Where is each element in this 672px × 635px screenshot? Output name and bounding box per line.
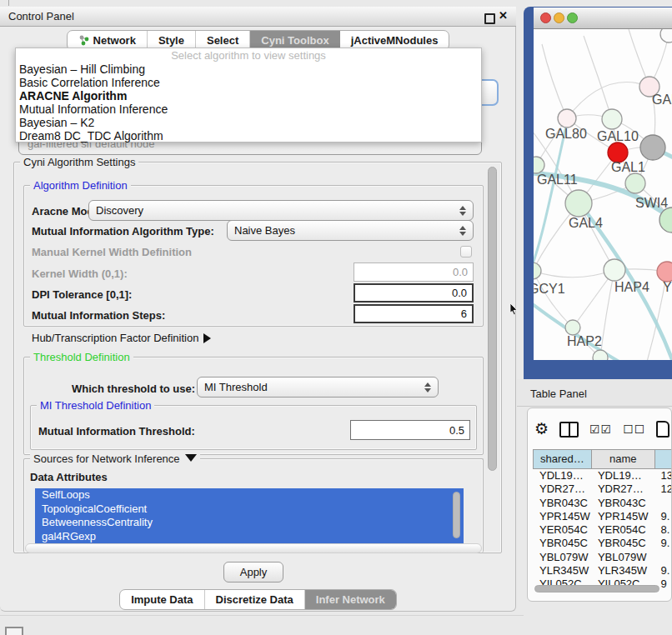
sources-group-title[interactable]: Sources for Network Inference [30, 452, 200, 465]
apply-button[interactable]: Apply [223, 562, 283, 582]
close-icon[interactable]: ✕ [499, 9, 508, 22]
dropdown-item[interactable]: Bayesian – K2 [16, 116, 481, 129]
network-node-label: GAL10 [597, 129, 639, 143]
tab-label: Impute Data [131, 593, 193, 606]
mouse-cursor [509, 303, 519, 315]
network-node-label: Y [663, 280, 672, 294]
network-edge[interactable] [600, 270, 614, 358]
bottom-tab-discretize-data[interactable]: Discretize Data [205, 590, 305, 609]
network-edge[interactable] [542, 44, 567, 118]
table-column-header[interactable]: name [591, 450, 654, 468]
float-window-icon[interactable] [484, 13, 495, 24]
table-row[interactable]: YBL079WYBL079W [533, 551, 672, 564]
network-edge[interactable] [534, 270, 614, 278]
tab-label: Select [207, 34, 238, 47]
minimized-panel-icon[interactable] [5, 627, 23, 635]
mi-type-value: Naive Bayes [234, 224, 295, 237]
table-row[interactable]: YBR043CYBR043C [533, 497, 672, 510]
attribute-list-item[interactable]: SelfLoops [35, 488, 464, 502]
attribute-list-item[interactable]: TopologicalCoefficient [35, 502, 464, 517]
network-node-label: HAP4 [614, 280, 649, 294]
network-node[interactable] [604, 259, 625, 281]
expander-right-arrow-icon [203, 333, 211, 343]
network-node[interactable] [657, 262, 672, 282]
top-tick-line [8, 0, 9, 6]
settings-vertical-scrollbar[interactable] [488, 167, 497, 471]
tab-label: Infer Network [316, 593, 385, 606]
control-panel-titlebar [0, 7, 516, 27]
network-node[interactable] [602, 109, 622, 129]
which-threshold-combobox[interactable]: MI Threshold [197, 377, 439, 398]
dropdown-item[interactable]: ARACNE Algorithm [16, 89, 481, 102]
dropdown-item[interactable]: Basic Correlation Inference [16, 76, 481, 89]
bottom-tab-impute-data[interactable]: Impute Data [120, 590, 204, 609]
network-canvas[interactable]: GALGAL80GAL10GAL1GAL11SWI4GAL4GCY1HAP4YH… [534, 29, 672, 360]
table-row[interactable]: YER054CYER054C8. [533, 523, 672, 537]
dpi-tolerance-input[interactable]: 0.0 [354, 283, 474, 302]
minimize-traffic-light-icon[interactable] [554, 12, 564, 23]
combo-spinner-icon [424, 382, 431, 392]
network-node[interactable] [625, 173, 645, 193]
network-node[interactable] [565, 320, 580, 335]
app-root: Control Panel ✕ NetworkStyleSelectCyni T… [0, 0, 672, 635]
mi-type-combobox[interactable]: Naive Bayes [227, 220, 474, 241]
table-cell [654, 497, 672, 510]
mi-threshold-input[interactable]: 0.5 [350, 420, 470, 440]
network-node[interactable] [660, 29, 672, 42]
tab-label: Style [158, 34, 184, 47]
hub-definition-expander[interactable]: Hub/Transcription Factor Definition [32, 332, 211, 344]
mi-steps-input[interactable]: 6 [354, 304, 474, 323]
dropdown-item[interactable]: Bayesian – Hill Climbing [16, 62, 481, 76]
combo-spinner-icon [459, 206, 466, 216]
close-traffic-light-icon[interactable] [540, 12, 551, 23]
network-node[interactable] [534, 262, 541, 279]
settings-horizontal-scrollbar[interactable] [25, 543, 482, 553]
sources-title-text: Sources for Network Inference [33, 452, 180, 465]
table-row[interactable]: YLR345WYLR345W9. [533, 564, 672, 578]
bottom-tab-infer-network[interactable]: Infer Network [305, 590, 396, 609]
select-all-checkboxes-icon[interactable]: ☑☑ [589, 422, 612, 436]
table-row[interactable]: YPR145WYPR145W9. [533, 510, 672, 523]
table-header-row: shared…nameA [533, 449, 672, 469]
dropdown-item[interactable]: Dream8 DC_TDC Algorithm [16, 129, 481, 142]
aracne-mode-value: Discovery [96, 204, 143, 217]
table-cell: YDL19… [591, 469, 654, 482]
table-row[interactable]: YDL19…YDL19…13 [533, 469, 672, 482]
hub-definition-label: Hub/Transcription Factor Definition [32, 332, 198, 344]
attribute-list-item[interactable]: gal4RGexp [35, 530, 464, 544]
deselect-all-checkboxes-icon[interactable]: ☐☐ [623, 422, 645, 436]
table-cell: 9. [654, 510, 672, 523]
table-cell: 9. [654, 537, 672, 550]
new-table-icon[interactable] [656, 421, 669, 438]
table-cell: YBL079W [591, 551, 654, 564]
table-column-header[interactable]: A [654, 450, 672, 468]
manual-kernel-checkbox[interactable] [460, 246, 472, 258]
network-node[interactable] [593, 350, 608, 360]
gear-icon[interactable]: ⚙ [534, 421, 549, 438]
network-edge[interactable] [584, 36, 612, 119]
aracne-mode-combobox[interactable]: Discovery [88, 200, 474, 221]
table-column-header[interactable]: shared… [533, 450, 591, 468]
network-node-label: HAP2 [567, 334, 602, 348]
dropdown-item[interactable]: Mutual Information Inference [16, 102, 481, 116]
attributes-list-scrollbar[interactable] [453, 492, 460, 538]
kernel-width-input[interactable]: 0.0 [354, 262, 474, 282]
network-node[interactable] [640, 135, 665, 160]
network-node[interactable] [565, 190, 592, 217]
network-node-label: GCY1 [534, 282, 565, 296]
table-horizontal-scrollbar[interactable] [534, 585, 659, 592]
network-node[interactable] [534, 157, 544, 173]
attribute-list-item[interactable]: BetweennessCentrality [35, 516, 464, 530]
network-edge[interactable] [534, 122, 567, 279]
control-panel-title: Control Panel [8, 10, 74, 22]
table-cell: YLR345W [533, 564, 591, 578]
table-row[interactable]: YDR27…YDR27…12 [533, 482, 672, 496]
threshold-definition-title: Threshold Definition [30, 351, 133, 363]
network-window-titlebar [534, 8, 672, 29]
table-row[interactable]: YBR045CYBR045C9. [533, 537, 672, 550]
network-node[interactable] [558, 109, 576, 128]
column-view-icon[interactable] [559, 422, 579, 438]
zoom-traffic-light-icon[interactable] [567, 12, 578, 23]
network-node-label: GAL [652, 92, 672, 107]
network-node-label: GAL1 [611, 160, 645, 174]
